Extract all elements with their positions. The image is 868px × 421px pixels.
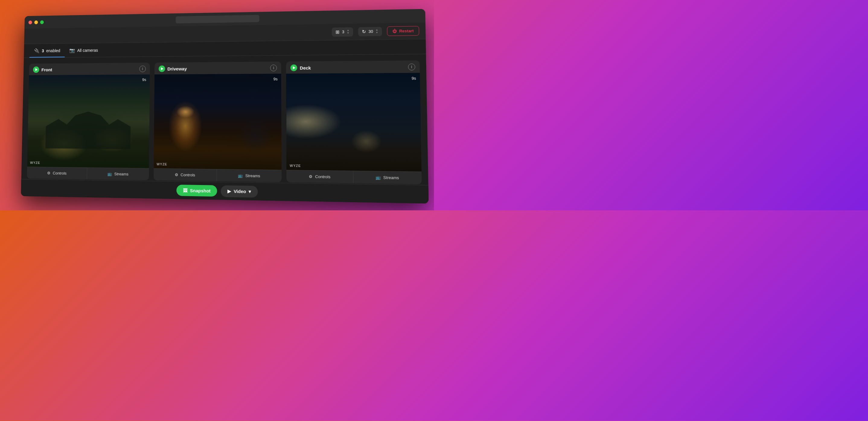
streams-icon-front: 📺: [107, 172, 112, 176]
wyze-logo-deck: WYZE: [290, 163, 301, 168]
camera-footer-front: ⚙ Controls 📺 Streams: [27, 167, 149, 180]
layout-group: ⊞ 3 ▲ ▼: [332, 27, 353, 36]
url-bar[interactable]: [176, 15, 259, 23]
info-icon-driveway[interactable]: i: [270, 65, 277, 71]
all-cameras-tab-icon: 📷: [69, 48, 75, 53]
snapshot-label: Snapshot: [190, 188, 210, 193]
play-icon-deck[interactable]: [291, 64, 298, 71]
camera-feed-front[interactable]: 9s WYZE: [27, 74, 150, 168]
controls-button-deck[interactable]: ⚙ Controls: [287, 170, 353, 183]
tab-enabled[interactable]: 🔌 3 enabled: [29, 43, 65, 57]
play-icon-driveway[interactable]: [158, 65, 165, 72]
restart-button[interactable]: ⏻ Restart: [387, 26, 419, 36]
window-controls: [28, 20, 44, 24]
wyze-logo-driveway: WYZE: [157, 162, 167, 166]
streams-button-deck[interactable]: 📺 Streams: [353, 171, 422, 184]
stepper-up-icon: ▲: [376, 29, 378, 31]
streams-label-driveway: Streams: [245, 173, 260, 178]
power-icon: ⏻: [392, 29, 397, 33]
camera-title-deck: Deck: [300, 65, 311, 70]
video-button[interactable]: ▶ Video ▾: [221, 185, 258, 198]
controls-button-front[interactable]: ⚙ Controls: [27, 167, 87, 179]
camera-footer-driveway: ⚙ Controls 📺 Streams: [154, 168, 282, 182]
camera-name-front: Front: [33, 66, 52, 73]
camera-footer-deck: ⚙ Controls 📺 Streams: [287, 170, 422, 184]
wyze-logo-front: WYZE: [30, 161, 40, 164]
snapshot-icon: 🖼: [183, 188, 187, 193]
controls-icon-front: ⚙: [47, 171, 51, 175]
layout-count: 3: [342, 29, 344, 34]
camera-card-deck: Deck i 9s WYZE ⚙ Controls 📺 Streams: [286, 60, 422, 184]
camera-card-driveway: Driveway i 9s WYZE ⚙ Controls 📺 Streams: [154, 61, 282, 182]
info-icon-front[interactable]: i: [139, 65, 146, 72]
maximize-button[interactable]: [40, 20, 44, 24]
camera-header-driveway: Driveway i: [155, 61, 281, 74]
app-window: ⊞ 3 ▲ ▼ ↻ 30 ▲ ▼ ⏻ Restart 🔌 3: [21, 9, 429, 203]
controls-icon-driveway: ⚙: [175, 172, 178, 177]
close-button[interactable]: [28, 20, 32, 24]
enabled-tab-icon: 🔌: [34, 48, 39, 53]
streams-label-front: Streams: [114, 172, 129, 176]
stepper-up-icon: ▲: [347, 29, 349, 31]
camera-name-deck: Deck: [291, 64, 311, 71]
enabled-tab-count: 3: [42, 48, 44, 53]
camera-title-driveway: Driveway: [167, 66, 187, 71]
restart-label: Restart: [399, 28, 414, 33]
streams-button-driveway[interactable]: 📺 Streams: [217, 169, 282, 182]
streams-icon-driveway: 📺: [238, 173, 243, 178]
controls-label-deck: Controls: [315, 174, 331, 179]
snapshot-button[interactable]: 🖼 Snapshot: [177, 184, 217, 197]
camera-feed-deck[interactable]: 9s WYZE: [286, 73, 421, 172]
url-bar-container: [176, 15, 259, 23]
play-icon-front[interactable]: [33, 66, 39, 73]
camera-card-front: Front i 9s WYZE ⚙ Controls 📺 Streams: [27, 62, 150, 180]
feed-time-deck: 9s: [412, 76, 416, 81]
video-label: Video: [234, 188, 246, 194]
camera-name-driveway: Driveway: [158, 65, 187, 72]
grid-layout-icon: ⊞: [335, 29, 340, 34]
controls-label-front: Controls: [53, 171, 67, 175]
enabled-tab-label: enabled: [46, 48, 60, 53]
stepper-down-icon: ▼: [347, 32, 349, 34]
layout-stepper[interactable]: ▲ ▼: [347, 29, 349, 34]
info-icon-deck[interactable]: i: [408, 63, 415, 70]
refresh-icon: ↻: [362, 29, 366, 34]
streams-icon-deck: 📺: [375, 175, 380, 180]
stepper-down-icon: ▼: [376, 31, 378, 34]
tab-all-cameras[interactable]: 📷 All cameras: [65, 43, 103, 57]
controls-icon-deck: ⚙: [309, 174, 313, 179]
camera-header-front: Front i: [29, 62, 150, 75]
streams-label-deck: Streams: [383, 175, 399, 180]
camera-header-deck: Deck i: [286, 60, 420, 73]
feed-time-front: 9s: [142, 77, 146, 82]
minimize-button[interactable]: [34, 20, 38, 24]
refresh-count: 30: [369, 29, 373, 33]
refresh-stepper[interactable]: ▲ ▼: [376, 29, 378, 34]
refresh-group: ↻ 30 ▲ ▼: [358, 27, 382, 36]
all-cameras-tab-label: All cameras: [77, 48, 98, 53]
camera-title-front: Front: [41, 67, 52, 72]
main-content: 🔌 3 enabled 📷 All cameras Front i: [21, 39, 429, 203]
feed-time-driveway: 9s: [273, 77, 278, 81]
streams-button-front[interactable]: 📺 Streams: [87, 168, 149, 180]
controls-label-driveway: Controls: [181, 172, 195, 177]
controls-button-driveway[interactable]: ⚙ Controls: [154, 169, 217, 181]
camera-feed-driveway[interactable]: 9s WYZE: [154, 73, 282, 170]
video-dropdown-icon: ▾: [248, 189, 251, 194]
video-icon: ▶: [227, 188, 231, 194]
